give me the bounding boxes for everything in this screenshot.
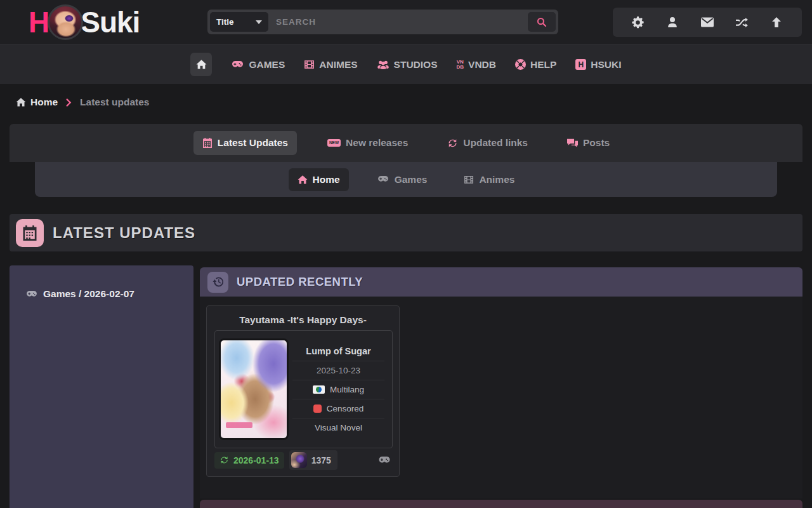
next-section-header-partial <box>200 500 802 508</box>
game-details: Lump of Sugar 2025-10-23 Multilang Censo… <box>289 342 388 437</box>
comments-icon <box>567 138 578 149</box>
game-card-footer: 2026-01-13 1375 <box>207 450 399 470</box>
scroll-top-arrow-icon[interactable] <box>767 13 786 32</box>
latest-updates-section-header: LATEST UPDATES <box>10 214 802 251</box>
breadcrumb-current: Latest updates <box>80 97 149 108</box>
sync-icon <box>219 455 229 465</box>
gamepad-icon <box>377 175 390 184</box>
gamepad-icon <box>231 60 244 69</box>
censored-icon <box>313 404 322 413</box>
breadcrumb: Home Latest updates <box>16 97 149 108</box>
tab-label: Posts <box>583 137 610 149</box>
nav-item-hsuki[interactable]: H HSUKI <box>575 59 621 70</box>
updated-recently-header: UPDATED RECENTLY <box>200 267 802 297</box>
last-update-date: 2026-01-13 <box>233 455 279 465</box>
panel-title: UPDATED RECENTLY <box>237 275 363 289</box>
studio-name[interactable]: Lump of Sugar <box>292 342 384 361</box>
nav-item-label: VNDB <box>468 59 496 70</box>
last-update-chip: 2026-01-13 <box>214 452 284 469</box>
language-row: Multilang <box>292 380 384 399</box>
nav-item-games[interactable]: GAMES <box>231 59 285 70</box>
search-bar: Title <box>207 10 558 34</box>
calendar-icon <box>16 219 44 247</box>
page-title: LATEST UPDATES <box>53 224 195 242</box>
film-icon <box>304 59 315 70</box>
tab-label: New releases <box>346 137 408 149</box>
nav-item-label: HELP <box>530 59 556 70</box>
nav-item-vndb[interactable]: VNDB VNDB <box>456 59 495 70</box>
scope-subtabs: Home Games Animes <box>35 162 777 197</box>
censorship-row: Censored <box>292 399 384 418</box>
tab-posts[interactable]: Posts <box>558 131 619 155</box>
h-square-icon: H <box>575 59 586 70</box>
updated-recently-body: Tayutama -It's Happy Days- Lump of Sugar… <box>200 297 802 498</box>
subtab-label: Home <box>313 174 340 185</box>
logo-avatar-image <box>48 4 83 40</box>
user-account-icon[interactable] <box>663 13 682 32</box>
tab-label: Updated links <box>463 137 528 149</box>
gamepad-icon <box>25 290 38 298</box>
logo-text-suffix: Suki <box>81 5 140 39</box>
home-icon <box>196 59 207 70</box>
release-date: 2025-10-23 <box>292 361 384 380</box>
life-ring-icon <box>515 59 526 70</box>
breadcrumb-home-label: Home <box>30 97 58 108</box>
header-action-panel <box>613 8 802 37</box>
tab-label: Latest Updates <box>218 137 288 149</box>
nav-item-label: STUDIOS <box>394 59 438 70</box>
tab-updated-links[interactable]: Updated links <box>438 131 537 155</box>
search-icon <box>537 17 547 27</box>
nav-item-label: GAMES <box>249 59 285 70</box>
search-input[interactable] <box>268 10 528 34</box>
subtab-games[interactable]: Games <box>368 168 436 191</box>
sidebar-group-games-date[interactable]: Games / 2026-02-07 <box>25 288 193 300</box>
game-title[interactable]: Tayutama -It's Happy Days- <box>207 314 399 326</box>
search-category-value: Title <box>216 17 234 27</box>
views-count: 1375 <box>311 455 331 465</box>
tab-latest-updates[interactable]: Latest Updates <box>193 131 297 155</box>
site-logo[interactable]: H Suki <box>29 4 140 40</box>
nav-home-button[interactable] <box>190 53 212 76</box>
home-icon <box>16 97 26 107</box>
censorship-label: Censored <box>327 404 364 413</box>
subtab-label: Animes <box>479 174 514 185</box>
sidebar-group-label: Games / 2026-02-07 <box>43 288 134 300</box>
updates-tabs: Latest Updates NEW New releases Updated … <box>10 124 802 162</box>
subtab-animes[interactable]: Animes <box>455 168 523 191</box>
game-info-box: Lump of Sugar 2025-10-23 Multilang Censo… <box>214 330 393 448</box>
film-icon <box>464 175 474 185</box>
vndb-icon: VNDB <box>456 60 464 70</box>
game-card: Tayutama -It's Happy Days- Lump of Sugar… <box>206 305 400 477</box>
category-label: Visual Novel <box>292 418 384 437</box>
settings-gear-icon[interactable] <box>629 13 648 32</box>
home-icon <box>298 175 308 185</box>
nav-item-label: HSUKI <box>591 59 621 70</box>
calendar-icon <box>202 138 213 148</box>
views-badge[interactable]: 1375 <box>289 450 337 470</box>
multilang-flag-icon <box>313 385 325 394</box>
top-header: H Suki Title <box>0 0 812 44</box>
date-groups-sidebar: Games / 2026-02-07 <box>10 265 193 508</box>
breadcrumb-home-link[interactable]: Home <box>16 97 58 108</box>
users-group-icon <box>377 60 390 69</box>
search-category-select[interactable]: Title <box>210 12 268 32</box>
nav-item-studios[interactable]: STUDIOS <box>377 59 438 70</box>
updated-recently-panel: UPDATED RECENTLY Tayutama -It's Happy Da… <box>200 265 802 508</box>
chevron-right-icon <box>66 98 72 107</box>
nav-item-help[interactable]: HELP <box>515 59 556 70</box>
search-button[interactable] <box>528 12 556 32</box>
tab-new-releases[interactable]: NEW New releases <box>318 131 417 155</box>
sync-icon <box>447 138 458 149</box>
subtab-home[interactable]: Home <box>289 168 349 191</box>
gamepad-icon[interactable] <box>377 456 391 465</box>
main-navigation: GAMES ANIMES STUDIOS VNDB VNDB HELP H HS… <box>0 44 812 84</box>
messages-envelope-icon[interactable] <box>698 13 717 32</box>
language-label: Multilang <box>330 385 364 394</box>
game-cover-image[interactable] <box>219 338 289 440</box>
new-badge-icon: NEW <box>327 139 341 147</box>
random-shuffle-icon[interactable] <box>733 13 752 32</box>
logo-text-prefix: H <box>29 5 49 39</box>
chevron-down-icon <box>256 20 262 24</box>
nav-item-animes[interactable]: ANIMES <box>304 59 357 70</box>
history-icon <box>207 272 228 293</box>
